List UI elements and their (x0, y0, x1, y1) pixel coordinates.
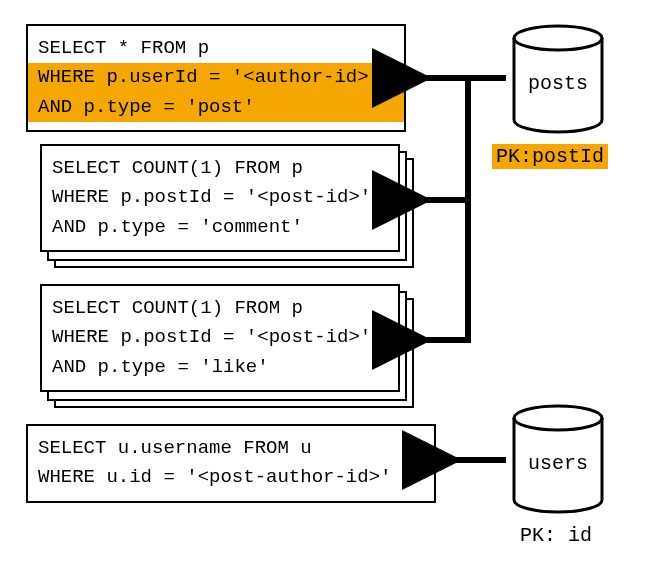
sql-line: SELECT u.username FROM u (38, 434, 424, 463)
sql-line: SELECT COUNT(1) FROM p (52, 294, 388, 323)
partition-key-users: PK: id (520, 524, 592, 547)
sql-line-highlighted: WHERE p.userId = '<author-id>' (28, 63, 404, 92)
sql-line: WHERE p.postId = '<post-id>' (52, 323, 388, 352)
database-label: users (510, 452, 606, 475)
sql-line: WHERE u.id = '<post-author-id>' (38, 463, 424, 492)
partition-key-posts: PK:postId (492, 144, 608, 169)
database-label: posts (510, 72, 606, 95)
sql-line: AND p.type = 'comment' (52, 213, 388, 242)
sql-line: SELECT * FROM p (38, 34, 394, 63)
database-posts: posts (510, 24, 606, 134)
query-box-posts-by-author: SELECT * FROM p WHERE p.userId = '<autho… (26, 24, 406, 132)
sql-line-highlighted: AND p.type = 'post' (28, 93, 404, 122)
query-box-username: SELECT u.username FROM u WHERE u.id = '<… (26, 424, 436, 503)
query-box-comment-count: SELECT COUNT(1) FROM p WHERE p.postId = … (40, 144, 400, 252)
sql-line: SELECT COUNT(1) FROM p (52, 154, 388, 183)
sql-line: AND p.type = 'like' (52, 353, 388, 382)
query-diagram: { "queries": { "q1": { "line1": "SELECT … (0, 0, 659, 573)
sql-line: WHERE p.postId = '<post-id>' (52, 183, 388, 212)
query-box-like-count: SELECT COUNT(1) FROM p WHERE p.postId = … (40, 284, 400, 392)
database-users: users (510, 404, 606, 514)
